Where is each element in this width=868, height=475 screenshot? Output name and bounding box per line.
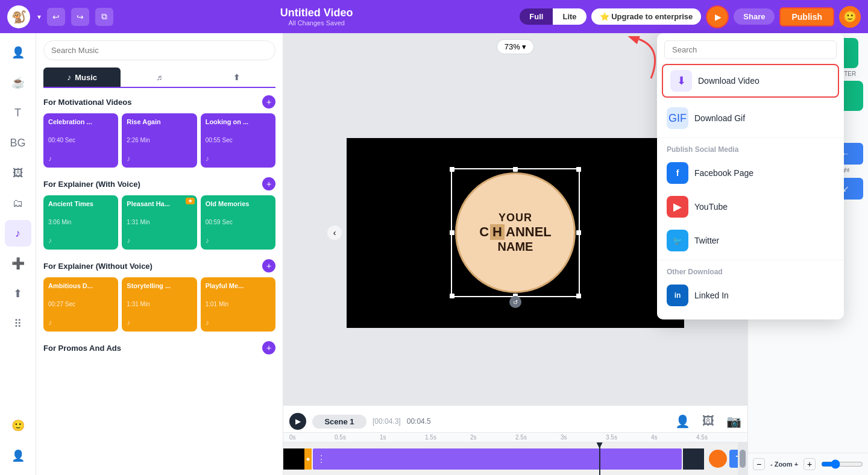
prev-scene-button[interactable]: ‹ xyxy=(327,225,342,240)
play-icon: ▶ xyxy=(715,12,722,22)
video-title: Untitled Video xyxy=(119,7,514,19)
sidebar-item-template[interactable]: ☕ xyxy=(5,69,31,96)
topbar: 🐒 ▾ ↩ ↪ ⧉ Untitled Video All Changes Sav… xyxy=(0,0,868,33)
ruler-mark: 3.5s xyxy=(606,434,651,441)
undo-button[interactable]: ↩ xyxy=(47,8,65,26)
section-motivational-add[interactable]: + xyxy=(262,95,275,109)
upload-music-icon: ⬆ xyxy=(233,73,240,82)
share-button[interactable]: Share xyxy=(734,8,775,25)
full-lite-toggle: Full Lite xyxy=(520,8,586,25)
download-gif-item[interactable]: GIF Download Gif xyxy=(657,101,844,135)
list-item[interactable]: Playful Me... 1:01 Min ♪ xyxy=(201,277,275,332)
track-keyframe: ◆ xyxy=(304,448,312,470)
linkedin-item[interactable]: in Linked In xyxy=(657,278,844,312)
tab-sfx[interactable]: ♬ xyxy=(121,68,198,87)
track-purple[interactable]: ⋮ xyxy=(313,448,682,470)
zoom-in-button[interactable]: + xyxy=(804,458,816,470)
upgrade-button[interactable]: ⭐ Upgrade to enterprise xyxy=(591,8,702,25)
zoom-level: 73% ▾ xyxy=(505,42,527,51)
music-panel: ♪ Music ♬ ⬆ For Motivational Videos + Ce… xyxy=(36,33,283,475)
timeline-ruler: 0s 0.5s 1s 1.5s 2s 2.5s 3s 3.5s 4s 4.5s xyxy=(283,432,747,442)
video-content: YOUR C H ANNEL NAME xyxy=(347,138,684,328)
zoom-selector[interactable]: 73% ▾ xyxy=(497,39,535,54)
section-promos: For Promos And Ads + xyxy=(43,341,275,354)
circle-orange[interactable] xyxy=(709,450,727,468)
section-explainer-novoice-add[interactable]: + xyxy=(262,259,275,272)
dropdown-search-input[interactable] xyxy=(664,40,837,59)
scene-play-button[interactable]: ▶ xyxy=(289,413,306,430)
music-note-icon: ♪ xyxy=(48,236,113,245)
scene-time-end: 00:04.5 xyxy=(407,417,431,426)
twitter-item[interactable]: 🐦 Twitter xyxy=(657,224,844,257)
download-video-item[interactable]: ⬇ Download Video xyxy=(662,64,839,98)
track-icon: ⋮ xyxy=(316,453,326,465)
track-black-end xyxy=(683,448,704,470)
list-item[interactable]: Ancient Times 3:06 Min ♪ xyxy=(43,195,118,250)
list-item[interactable]: Looking on ... 00:55 Sec ♪ xyxy=(201,113,275,168)
download-gif-icon: GIF xyxy=(667,107,688,129)
ruler-mark: 2.5s xyxy=(515,434,561,441)
full-mode-button[interactable]: Full xyxy=(520,8,553,25)
section-promos-add[interactable]: + xyxy=(262,341,275,354)
list-item[interactable]: Storytelling ... 1:31 Min ♪ xyxy=(122,277,197,332)
timeline-bottom: ◆ ⋮ T xyxy=(283,442,747,475)
zoom-controls: − - Zoom + + xyxy=(748,453,868,475)
scrollbar-thumb xyxy=(740,450,746,468)
scene-time-start: [00:04.3] xyxy=(373,417,401,426)
tab-music-label: Music xyxy=(75,73,97,82)
track-black-start xyxy=(283,448,304,470)
user-avatar[interactable]: 🙂 xyxy=(839,6,861,28)
sidebar-item-music[interactable]: ♪ xyxy=(5,220,31,247)
facebook-item[interactable]: f Facebook Page xyxy=(657,156,844,190)
music-note-icon: ♪ xyxy=(48,318,113,327)
youtube-item[interactable]: ▶ YouTube xyxy=(657,190,844,224)
sidebar-item-person[interactable]: 👤 xyxy=(5,442,31,469)
sidebar-item-media[interactable]: 🖼 xyxy=(5,160,31,186)
section-explainer-voice-add[interactable]: + xyxy=(262,177,275,190)
sfx-icon: ♬ xyxy=(157,73,163,82)
timeline-needle-head xyxy=(597,442,603,448)
tab-upload-music[interactable]: ⬆ xyxy=(198,68,275,87)
sidebar-item-sticker[interactable]: 🗂 xyxy=(5,190,31,216)
list-item[interactable]: Old Memories 00:59 Sec ♪ xyxy=(201,195,275,250)
channel-name-element[interactable]: YOUR C H ANNEL NAME xyxy=(455,172,576,293)
ruler-marks-container: 0s 0.5s 1s 1.5s 2s 2.5s 3s 3.5s 4s 4.5s xyxy=(289,434,741,441)
list-item[interactable]: Celebration ... 00:40 Sec ♪ xyxy=(43,113,118,168)
timeline-area: ▶ Scene 1 [00:04.3] 00:04.5 👤 🖼 📷 0s 0.5… xyxy=(283,405,747,442)
scrollbar-track[interactable] xyxy=(738,442,747,475)
lite-mode-button[interactable]: Lite xyxy=(553,8,586,25)
explainer-novoice-grid: Ambitious D... 00:27 Sec ♪ Storytelling … xyxy=(43,277,275,332)
card-time: 1:31 Min xyxy=(127,219,192,225)
zoom-slider[interactable] xyxy=(821,459,863,469)
sidebar-item-background[interactable]: BG xyxy=(5,130,31,156)
list-item[interactable]: ★ Pleasant Ha... 1:31 Min ♪ xyxy=(122,195,197,250)
motivational-grid: Celebration ... 00:40 Sec ♪ Rise Again 2… xyxy=(43,113,275,168)
timeline-needle[interactable] xyxy=(599,442,600,475)
publish-button[interactable]: Publish xyxy=(779,7,834,27)
scene-camera-icon[interactable]: 📷 xyxy=(726,414,741,429)
sidebar-item-add-scene[interactable]: ➕ xyxy=(5,250,31,277)
timeline-scene-row: ▶ Scene 1 [00:04.3] 00:04.5 👤 🖼 📷 xyxy=(283,411,747,432)
ruler-mark: 2s xyxy=(470,434,515,441)
preview-play-button[interactable]: ▶ xyxy=(706,5,729,28)
scene-avatar-icon[interactable]: 👤 xyxy=(675,414,690,429)
youtube-icon: ▶ xyxy=(667,196,688,218)
sidebar-item-profile[interactable]: 🙂 xyxy=(5,412,31,439)
sidebar-item-avatar[interactable]: 👤 xyxy=(5,39,31,66)
sidebar-item-grid[interactable]: ⠿ xyxy=(5,310,31,337)
download-video-label: Download Video xyxy=(698,76,760,86)
scene-media-icon[interactable]: 🖼 xyxy=(702,414,714,429)
music-search-input[interactable] xyxy=(43,40,275,60)
sidebar-item-text[interactable]: T xyxy=(5,99,31,126)
zoom-out-button[interactable]: − xyxy=(753,458,765,470)
music-note-icon: ♪ xyxy=(127,154,192,163)
clone-button[interactable]: ⧉ xyxy=(95,8,113,26)
logo-dropdown[interactable]: ▾ xyxy=(37,13,41,21)
redo-button[interactable]: ↪ xyxy=(71,8,89,26)
list-item[interactable]: Rise Again 2:26 Min ♪ xyxy=(122,113,197,168)
tab-music[interactable]: ♪ Music xyxy=(43,68,121,87)
sidebar-item-upload[interactable]: ⬆ xyxy=(5,280,31,307)
ruler-mark: 1.5s xyxy=(425,434,470,441)
scene-label[interactable]: Scene 1 xyxy=(312,415,366,429)
list-item[interactable]: Ambitious D... 00:27 Sec ♪ xyxy=(43,277,118,332)
